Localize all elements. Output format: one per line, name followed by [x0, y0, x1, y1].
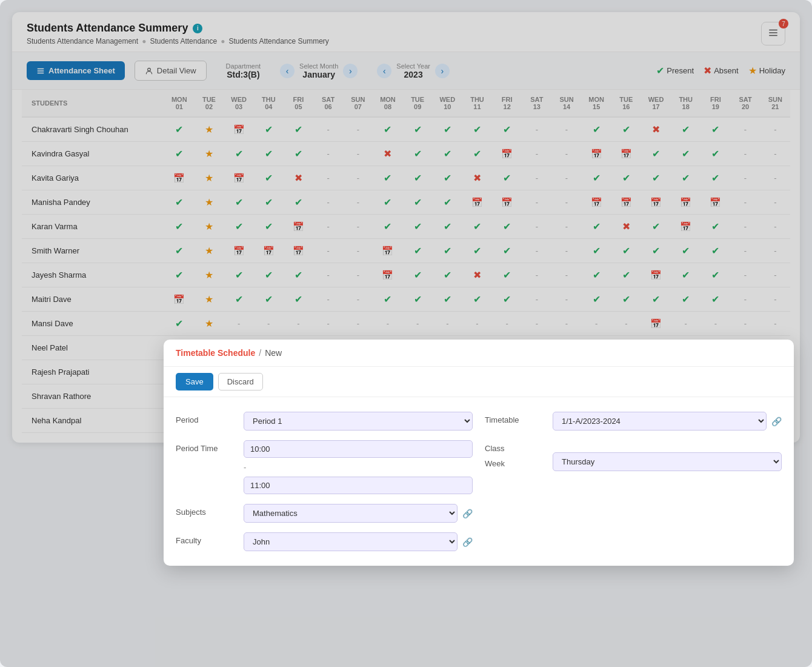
timetable-control: 1/1-A/2023-2024 🔗 — [553, 412, 782, 431]
period-time-label: Period Time — [176, 440, 236, 453]
timetable-modal: Timetable Schedule / New Save Discard Pe… — [164, 340, 794, 566]
time-start-input[interactable] — [244, 440, 473, 458]
faculty-label: Faculty — [176, 532, 236, 545]
faculty-control: John 🔗 — [244, 532, 473, 551]
save-button[interactable]: Save — [176, 373, 213, 390]
period-time-row: Period Time - — [176, 440, 473, 494]
timetable-select[interactable]: 1/1-A/2023-2024 — [553, 412, 767, 431]
class-label: Class — [485, 440, 545, 453]
modal-backdrop — [0, 0, 812, 667]
subjects-label: Subjects — [176, 504, 236, 517]
faculty-row: Faculty John 🔗 — [176, 532, 473, 551]
subjects-row: Subjects Mathematics 🔗 — [176, 504, 473, 523]
modal-title-status: New — [265, 348, 282, 358]
period-row: Period Period 1 — [176, 412, 473, 431]
faculty-ext-link-icon[interactable]: 🔗 — [462, 537, 473, 547]
time-separator: - — [244, 460, 473, 474]
week-select[interactable]: Thursday — [553, 452, 782, 471]
timetable-row: Timetable 1/1-A/2023-2024 🔗 — [485, 412, 782, 431]
subjects-select[interactable]: Mathematics — [244, 504, 458, 523]
modal-title-link[interactable]: Timetable Schedule — [176, 348, 255, 358]
class-week-row: Class Week Thursday — [485, 440, 782, 471]
form-right: Timetable 1/1-A/2023-2024 🔗 Class Week — [485, 412, 782, 551]
discard-button[interactable]: Discard — [218, 373, 263, 390]
week-control: Thursday — [553, 452, 782, 471]
week-label: Week — [485, 455, 545, 468]
time-end-input[interactable] — [244, 477, 473, 494]
period-control: Period 1 — [244, 412, 473, 431]
period-select[interactable]: Period 1 — [244, 412, 473, 431]
subjects-control: Mathematics 🔗 — [244, 504, 473, 523]
timetable-label: Timetable — [485, 412, 545, 424]
modal-actions: Save Discard — [164, 367, 794, 397]
form-left: Period Period 1 Period Time - — [176, 412, 473, 551]
subjects-ext-link-icon[interactable]: 🔗 — [462, 509, 473, 518]
faculty-select[interactable]: John — [244, 532, 458, 551]
modal-body: Period Period 1 Period Time - — [164, 397, 794, 566]
modal-header: Timetable Schedule / New — [164, 340, 794, 367]
time-control: - — [244, 440, 473, 494]
modal-title-separator: / — [259, 348, 261, 358]
timetable-ext-link-icon[interactable]: 🔗 — [771, 417, 782, 426]
period-label: Period — [176, 412, 236, 424]
